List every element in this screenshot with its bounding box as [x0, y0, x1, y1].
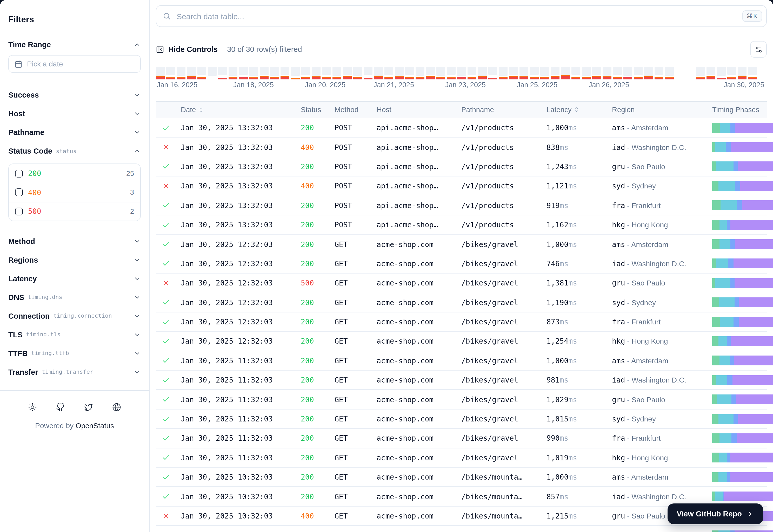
hide-controls-button[interactable]: Hide Controls [156, 45, 218, 53]
search-input[interactable] [175, 11, 738, 21]
timeline-bar[interactable] [519, 67, 528, 79]
table-row[interactable]: Jan 30, 2025 11:32:03200GETacme-shop.com… [156, 448, 767, 468]
timeline-bar[interactable] [499, 67, 507, 79]
table-row[interactable]: Jan 30, 2025 11:32:03200GETacme-shop.com… [156, 410, 767, 429]
timeline-bar[interactable] [405, 67, 414, 79]
timeline-bar[interactable] [156, 67, 165, 79]
sidebar-section-dns[interactable]: DNStiming.dns [8, 288, 141, 307]
timeline-bar[interactable] [551, 67, 559, 79]
timeline-bar[interactable] [727, 67, 736, 79]
timeline-bar[interactable] [675, 67, 684, 79]
timeline-bar[interactable] [312, 67, 321, 79]
table-row[interactable]: Jan 30, 2025 11:32:03200GETacme-shop.com… [156, 429, 767, 448]
table-row[interactable]: Jan 30, 2025 11:32:03200GETacme-shop.com… [156, 351, 767, 371]
timeline-bar[interactable] [343, 67, 352, 79]
timeline-bar[interactable] [717, 67, 726, 79]
table-row[interactable]: Jan 30, 2025 13:32:03200POSTapi.acme-sho… [156, 157, 767, 177]
timeline-bar[interactable] [707, 67, 715, 79]
timeline-bar[interactable] [592, 67, 601, 79]
checkbox[interactable] [15, 169, 23, 177]
timeline-bar[interactable] [333, 67, 341, 79]
timeline-bar[interactable] [634, 67, 643, 79]
sidebar-section-connection[interactable]: Connectiontiming.connection [8, 307, 141, 325]
timeline-bar[interactable] [198, 67, 206, 79]
timeline-bar[interactable] [426, 67, 435, 79]
timeline-bar[interactable] [301, 67, 310, 79]
status-option-500[interactable]: 5002 [9, 202, 140, 221]
table-row[interactable]: Jan 30, 2025 12:32:03200GETacme-shop.com… [156, 332, 767, 351]
timeline-bar[interactable] [436, 67, 445, 79]
openstatus-link[interactable]: OpenStatus [76, 421, 114, 430]
timeline-bar[interactable] [457, 67, 466, 79]
sidebar-section-ttfb[interactable]: TTFBtiming.ttfb [8, 344, 141, 363]
timeline-bar[interactable] [364, 67, 372, 79]
timeline-bar[interactable] [748, 67, 757, 79]
sidebar-section-status-code[interactable]: Status Code status [8, 142, 141, 160]
twitter-link[interactable] [82, 401, 95, 414]
table-row[interactable]: Jan 30, 2025 11:32:03200GETacme-shop.com… [156, 390, 767, 410]
timeline-bar[interactable] [655, 67, 663, 79]
view-github-repo-button[interactable]: View GitHub Repo [667, 503, 763, 524]
table-row[interactable]: Jan 30, 2025 13:32:03400POSTapi.acme-sho… [156, 176, 767, 196]
table-row[interactable]: Jan 30, 2025 13:32:03200POSTapi.acme-sho… [156, 118, 767, 138]
timeline-bar[interactable] [686, 67, 695, 79]
timeline-bar[interactable] [416, 67, 424, 79]
table-row[interactable]: Jan 30, 2025 12:32:03200GETacme-shop.com… [156, 312, 767, 332]
table-row[interactable]: Jan 30, 2025 10:32:03200GETacme-shop.com… [156, 526, 767, 532]
header-cell-date[interactable]: Date [181, 106, 301, 114]
timeline-bar[interactable] [530, 67, 539, 79]
status-option-400[interactable]: 4003 [9, 183, 140, 202]
timeline-bar[interactable] [488, 67, 497, 79]
timeline-bar[interactable] [571, 67, 580, 79]
timeline-bar[interactable] [624, 67, 632, 79]
view-options-button[interactable] [750, 41, 767, 58]
timeline-bar[interactable] [467, 67, 476, 79]
table-row[interactable]: Jan 30, 2025 12:32:03200GETacme-shop.com… [156, 293, 767, 312]
date-picker-button[interactable]: Pick a date [8, 55, 141, 73]
sidebar-section-success[interactable]: Success [8, 86, 141, 104]
timeline-bar[interactable] [603, 67, 612, 79]
table-row[interactable]: Jan 30, 2025 11:32:03200GETacme-shop.com… [156, 371, 767, 390]
timeline-bar[interactable] [322, 67, 331, 79]
timeline-bar[interactable] [509, 67, 518, 79]
timeline-bar[interactable] [229, 67, 238, 79]
timeline-bar[interactable] [239, 67, 248, 79]
table-row[interactable]: Jan 30, 2025 10:32:03200GETacme-shop.com… [156, 468, 767, 487]
sidebar-section-tls[interactable]: TLStiming.tls [8, 325, 141, 344]
timeline-bar[interactable] [249, 67, 258, 79]
timeline-bar[interactable] [270, 67, 279, 79]
timeline-bar[interactable] [291, 67, 300, 79]
timeline-bar[interactable] [665, 67, 674, 79]
timeline-bar[interactable] [582, 67, 591, 79]
timeline-bar[interactable] [176, 67, 185, 79]
timeline-bar[interactable] [353, 67, 362, 79]
theme-toggle-button[interactable] [26, 401, 39, 414]
checkbox[interactable] [15, 207, 23, 215]
table-row[interactable]: Jan 30, 2025 13:32:03400POSTapi.acme-sho… [156, 138, 767, 157]
table-row[interactable]: Jan 30, 2025 12:32:03500GETacme-shop.com… [156, 274, 767, 293]
timeline-bar[interactable] [447, 67, 456, 79]
header-cell-latency[interactable]: Latency [546, 106, 612, 114]
timeline-bar[interactable] [613, 67, 622, 79]
sidebar-section-host[interactable]: Host [8, 104, 141, 123]
timeline-bar[interactable] [208, 67, 217, 79]
timeline-bar[interactable] [187, 67, 196, 79]
sidebar-section-transfer[interactable]: Transfertiming.transfer [8, 363, 141, 381]
timeline-bar[interactable] [374, 67, 383, 79]
sidebar-section-pathname[interactable]: Pathname [8, 123, 141, 142]
timeline-bar[interactable] [395, 67, 404, 79]
timeline-bar[interactable] [166, 67, 175, 79]
timeline-bar[interactable] [260, 67, 269, 79]
table-row[interactable]: Jan 30, 2025 12:32:03200GETacme-shop.com… [156, 254, 767, 274]
sidebar-section-time-range[interactable]: Time Range [8, 35, 141, 54]
sidebar-section-method[interactable]: Method [8, 232, 141, 251]
timeline-bar[interactable] [738, 67, 747, 79]
timeline-bar[interactable] [384, 67, 393, 79]
timeline-bar[interactable] [561, 67, 570, 79]
timeline-bar[interactable] [644, 67, 653, 79]
timeline-bar[interactable] [281, 67, 289, 79]
checkbox[interactable] [15, 189, 23, 196]
table-row[interactable]: Jan 30, 2025 13:32:03200POSTapi.acme-sho… [156, 196, 767, 215]
timeline-bar[interactable] [218, 67, 227, 79]
timeline-bar[interactable] [540, 67, 549, 79]
